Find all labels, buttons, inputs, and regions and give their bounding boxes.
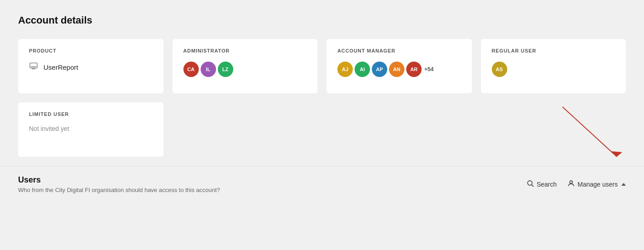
limited-user-card-label: LIMITED USER [29, 111, 153, 117]
avatar-ap: AP [372, 62, 387, 77]
product-name: UserReport [43, 63, 78, 71]
monitor-icon [29, 62, 38, 72]
avatar-ai: AI [355, 62, 370, 77]
regular-user-card: REGULAR USER AS [481, 39, 626, 93]
svg-point-8 [570, 181, 572, 183]
svg-line-7 [532, 185, 533, 187]
users-title: Users [18, 175, 220, 185]
search-icon [527, 180, 534, 189]
regular-user-avatars: AS [492, 62, 615, 77]
users-actions: Search Manage users [527, 180, 626, 189]
avatar-ar: AR [406, 62, 422, 77]
account-manager-card-label: ACCOUNT MANAGER [337, 48, 461, 53]
avatar-an: AN [389, 62, 404, 77]
account-manager-card: ACCOUNT MANAGER AJ AI AP AN AR +54 [327, 39, 472, 93]
administrator-card: ADMINISTRATOR CA IL LZ [173, 39, 318, 93]
person-icon [567, 180, 575, 189]
users-left: Users Who from the City Digital FI organ… [18, 175, 220, 193]
users-section: Users Who from the City Digital FI organ… [0, 166, 644, 201]
svg-rect-0 [30, 63, 37, 68]
limited-user-card: LIMITED USER Not invited yet [18, 102, 163, 157]
avatar-il: IL [201, 62, 216, 77]
search-button[interactable]: Search [527, 180, 557, 189]
administrator-avatars: CA IL LZ [183, 62, 307, 77]
second-row: LIMITED USER Not invited yet [18, 102, 626, 157]
regular-user-card-label: REGULAR USER [492, 48, 615, 53]
product-card-label: PRODUCT [29, 48, 153, 53]
product-card-content: UserReport [29, 62, 153, 72]
avatar-more-count: +54 [424, 66, 433, 72]
limited-user-empty-text: Not invited yet [29, 125, 153, 132]
chevron-up-icon [621, 183, 626, 186]
svg-point-6 [528, 181, 532, 185]
manage-users-label: Manage users [577, 181, 618, 188]
avatar-as: AS [492, 62, 507, 77]
account-manager-avatars: AJ AI AP AN AR +54 [337, 62, 461, 77]
avatar-lz: LZ [218, 62, 233, 77]
manage-users-button[interactable]: Manage users [567, 180, 626, 189]
cards-grid: PRODUCT UserReport ADMINISTRATOR CA IL [18, 39, 626, 93]
avatar-ca: CA [183, 62, 199, 77]
page-container: Account details PRODUCT UserReport ADMIN… [0, 0, 644, 157]
administrator-card-label: ADMINISTRATOR [183, 48, 307, 53]
page-title: Account details [18, 14, 626, 26]
search-label: Search [537, 181, 557, 188]
avatar-aj: AJ [337, 62, 353, 77]
users-subtitle: Who from the City Digital FI organisatio… [18, 187, 220, 193]
product-card: PRODUCT UserReport [18, 39, 163, 93]
